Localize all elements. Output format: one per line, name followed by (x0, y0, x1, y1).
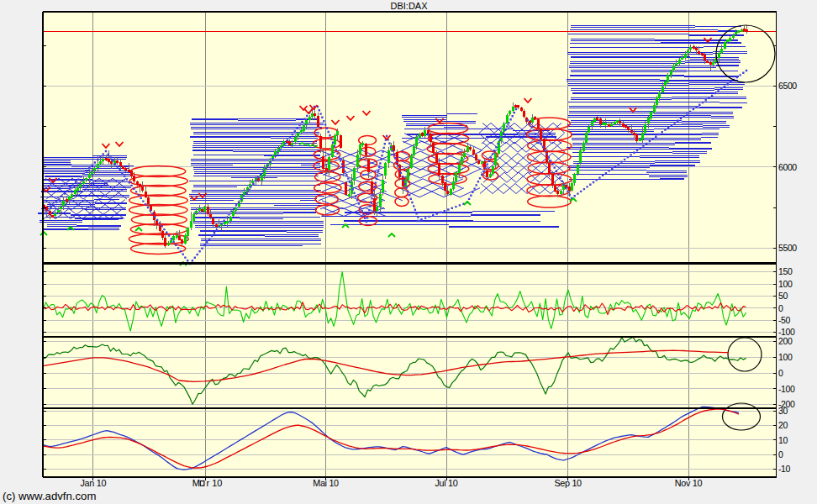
svg-text:30: 30 (778, 406, 788, 416)
svg-text:6500: 6500 (778, 81, 797, 91)
svg-text:5500: 5500 (778, 243, 797, 253)
svg-text:Mai 10: Mai 10 (313, 478, 339, 488)
svg-text:-10: -10 (778, 464, 791, 474)
svg-text:6000: 6000 (778, 162, 797, 172)
svg-text:150: 150 (778, 266, 793, 276)
svg-text:M: M (192, 478, 200, 488)
svg-text:-50: -50 (778, 315, 791, 325)
svg-text:100: 100 (778, 352, 793, 362)
svg-text:Sep 10: Sep 10 (554, 478, 582, 488)
svg-text:DBI:DAX: DBI:DAX (390, 1, 428, 11)
svg-text:100: 100 (778, 279, 793, 289)
svg-text:200: 200 (778, 336, 793, 346)
svg-text:20: 20 (778, 420, 788, 430)
svg-text:10: 10 (778, 435, 788, 445)
svg-text:Jan 10: Jan 10 (80, 478, 106, 488)
svg-text:(c) www.advfn.com: (c) www.advfn.com (3, 490, 96, 502)
svg-text:0: 0 (778, 449, 783, 459)
svg-text:Nov 10: Nov 10 (675, 478, 703, 488)
svg-text:-100: -100 (778, 384, 795, 394)
svg-text:Jul 10: Jul 10 (435, 478, 457, 488)
svg-text:0: 0 (778, 303, 783, 313)
svg-text:0: 0 (778, 368, 783, 378)
svg-text:r 10: r 10 (207, 478, 223, 488)
svg-text:50: 50 (778, 291, 788, 301)
